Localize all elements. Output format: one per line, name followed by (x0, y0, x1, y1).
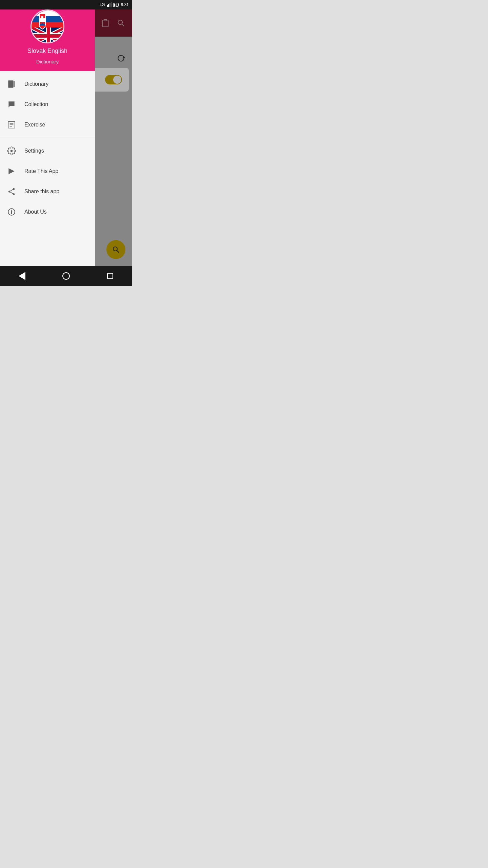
about-label: About Us (24, 209, 47, 215)
sidebar-item-share[interactable]: Share this app (0, 181, 95, 202)
settings-gear-icon (7, 146, 16, 156)
svg-rect-26 (32, 22, 64, 27)
network-indicator: 4G (100, 2, 105, 7)
svg-marker-40 (8, 168, 14, 174)
drawer-menu: Dictionary Collection (0, 71, 95, 266)
status-bar-right: 4G 9:31 (100, 2, 129, 7)
book-icon (7, 79, 16, 89)
sidebar-item-rate[interactable]: Rate This App (0, 161, 95, 181)
exercise-icon (7, 120, 16, 130)
drawer-app-title: Slovak English (27, 47, 67, 55)
share-label: Share this app (24, 189, 59, 195)
navigation-drawer: Slovak English Dictionary Dictionary (0, 0, 95, 266)
back-triangle-icon (19, 272, 25, 280)
svg-rect-5 (118, 4, 119, 6)
drawer-section-utility: Settings Rate This App (0, 138, 95, 225)
back-button[interactable] (15, 269, 29, 283)
drawer-app-subtitle: Dictionary (36, 59, 59, 64)
sidebar-item-about[interactable]: About Us (0, 202, 95, 222)
rate-arrow-icon (7, 166, 16, 176)
sidebar-item-exercise[interactable]: Exercise (0, 115, 95, 135)
svg-rect-33 (8, 80, 13, 88)
svg-line-44 (10, 190, 13, 191)
svg-rect-3 (111, 2, 111, 7)
svg-rect-29 (40, 18, 45, 20)
collection-label: Collection (24, 101, 48, 107)
dictionary-label: Dictionary (24, 81, 48, 87)
svg-rect-34 (13, 81, 15, 87)
flag-icon (30, 9, 64, 43)
svg-line-45 (10, 192, 13, 194)
recents-square-icon (107, 273, 113, 279)
exercise-label: Exercise (24, 122, 45, 128)
sidebar-item-collection[interactable]: Collection (0, 94, 95, 115)
svg-rect-1 (108, 4, 109, 7)
sidebar-item-dictionary[interactable]: Dictionary (0, 74, 95, 94)
signal-icon (107, 2, 111, 7)
home-circle-icon (62, 272, 70, 280)
svg-rect-0 (107, 5, 108, 7)
bottom-navigation (0, 266, 132, 286)
svg-point-43 (13, 193, 15, 195)
settings-label: Settings (24, 148, 44, 154)
home-button[interactable] (59, 269, 73, 283)
info-icon (7, 207, 16, 217)
svg-rect-2 (109, 3, 110, 7)
drawer-header: Slovak English Dictionary (0, 0, 95, 71)
svg-rect-6 (114, 4, 116, 6)
recents-button[interactable] (103, 269, 117, 283)
svg-rect-24 (32, 11, 64, 16)
svg-point-48 (11, 210, 12, 211)
time-display: 9:31 (121, 2, 129, 7)
drawer-section-main: Dictionary Collection (0, 71, 95, 138)
svg-rect-25 (32, 16, 64, 22)
svg-point-42 (8, 191, 10, 192)
rate-label: Rate This App (24, 168, 58, 174)
share-icon (7, 187, 16, 196)
svg-rect-23 (32, 34, 64, 38)
status-bar: 4G 9:31 (0, 0, 132, 9)
battery-icon (113, 3, 119, 7)
svg-point-39 (11, 150, 13, 152)
chat-icon (7, 100, 16, 109)
svg-point-41 (13, 188, 15, 190)
sidebar-item-settings[interactable]: Settings (0, 141, 95, 161)
